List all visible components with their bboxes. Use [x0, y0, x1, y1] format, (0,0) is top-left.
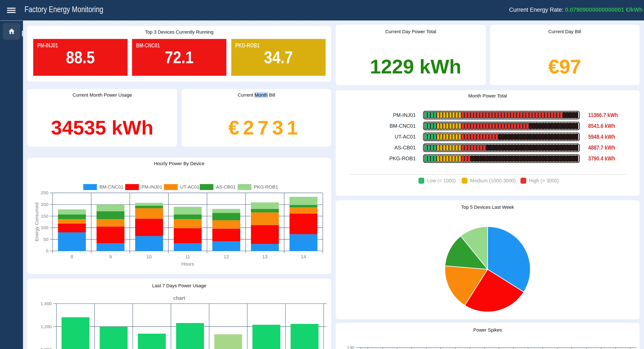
- svg-text:0: 0: [46, 248, 48, 253]
- svg-text:1,400: 1,400: [40, 301, 52, 306]
- svg-text:150: 150: [41, 214, 48, 219]
- svg-text:250: 250: [41, 190, 48, 195]
- svg-text:Low (< 1000): Low (< 1000): [427, 178, 456, 183]
- svg-text:200: 200: [41, 202, 48, 207]
- svg-text:PKG-ROB1: PKG-ROB1: [254, 184, 278, 190]
- svg-text:UT-AC01: UT-AC01: [394, 134, 416, 140]
- svg-text:UT-AC01: UT-AC01: [180, 184, 199, 190]
- svg-text:5948.4 kWh: 5948.4 kWh: [588, 133, 615, 140]
- svg-text:130: 130: [347, 345, 354, 349]
- svg-text:Hours: Hours: [182, 261, 194, 267]
- svg-text:AS-CB01: AS-CB01: [394, 145, 416, 150]
- svg-text:8541.6 kWh: 8541.6 kWh: [588, 123, 615, 129]
- svg-text:12: 12: [224, 254, 229, 259]
- svg-text:13: 13: [262, 254, 268, 259]
- svg-text:PKG-ROB1: PKG-ROB1: [389, 156, 416, 161]
- svg-text:8: 8: [71, 254, 73, 259]
- svg-text:4887.7 kWh: 4887.7 kWh: [588, 144, 615, 151]
- svg-text:PM-INJ01: PM-INJ01: [393, 112, 416, 118]
- svg-text:High (> 3000): High (> 3000): [529, 178, 559, 183]
- svg-text:10: 10: [146, 254, 152, 259]
- svg-text:3790.4 kWh: 3790.4 kWh: [588, 155, 615, 162]
- svg-text:PM-INJ01: PM-INJ01: [142, 184, 162, 190]
- svg-text:Medium (1000-3000): Medium (1000-3000): [470, 178, 516, 183]
- svg-text:11: 11: [185, 254, 190, 259]
- svg-text:BM-CNC01: BM-CNC01: [100, 184, 123, 190]
- svg-text:50: 50: [44, 237, 48, 242]
- svg-text:BM-CNC01: BM-CNC01: [390, 123, 416, 129]
- svg-text:1,000: 1,000: [40, 347, 52, 349]
- svg-text:14: 14: [301, 254, 306, 259]
- svg-text:Energy Consumed: Energy Consumed: [34, 203, 40, 241]
- svg-text:AS-CB01: AS-CB01: [216, 184, 236, 190]
- svg-text:11366.7 kWh: 11366.7 kWh: [588, 112, 618, 118]
- svg-text:9: 9: [109, 254, 112, 259]
- svg-text:100: 100: [41, 225, 48, 230]
- svg-text:1,200: 1,200: [40, 324, 52, 329]
